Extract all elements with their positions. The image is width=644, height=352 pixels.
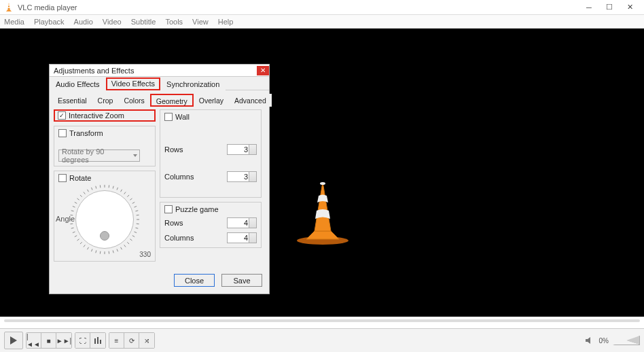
svg-line-38 — [71, 228, 74, 228]
tabs-level1: Audio Effects Video Effects Synchronizat… — [50, 77, 269, 90]
menu-view[interactable]: View — [192, 18, 209, 26]
rotate-checkbox[interactable] — [58, 174, 67, 182]
next-button[interactable]: ►►| — [56, 333, 71, 348]
svg-line-39 — [70, 224, 73, 224]
tab-audio-effects[interactable]: Audio Effects — [50, 77, 106, 90]
save-button[interactable]: Save — [221, 274, 262, 287]
wall-group: Wall Rows 3▲▼ Columns 3▲▼ — [160, 109, 262, 198]
vlc-logo-large — [289, 178, 357, 246]
close-window-button[interactable]: ✕ — [625, 3, 634, 12]
transform-checkbox-row[interactable]: Transform — [58, 129, 151, 137]
menu-help[interactable]: Help — [218, 18, 234, 26]
tab-synchronization[interactable]: Synchronization — [160, 77, 226, 90]
svg-line-41 — [70, 215, 73, 215]
ext-settings-button[interactable] — [90, 333, 105, 348]
tab-overlay[interactable]: Overlay — [194, 94, 229, 107]
tab-essential[interactable]: Essential — [52, 94, 92, 107]
svg-line-9 — [124, 192, 126, 194]
dial-knob[interactable] — [100, 231, 109, 241]
tab-video-effects[interactable]: Video Effects — [106, 77, 160, 90]
svg-line-19 — [135, 232, 137, 233]
puzzle-checkbox[interactable] — [164, 205, 173, 213]
volume-slider[interactable] — [613, 336, 640, 345]
svg-line-42 — [71, 211, 74, 211]
wall-cols-spinner[interactable]: 3▲▼ — [227, 171, 257, 182]
transform-dropdown[interactable]: Rotate by 90 degrees — [58, 149, 140, 162]
rotate-label: Rotate — [69, 174, 91, 182]
adjustments-effects-dialog: Adjustments and Effects ✕ Audio Effects … — [49, 64, 270, 294]
dial-ticks — [69, 184, 140, 255]
tabs-level2: Essential Crop Colors Geometry Overlay A… — [52, 93, 266, 107]
svg-line-51 — [100, 185, 101, 188]
play-button[interactable] — [4, 332, 23, 349]
svg-line-45 — [77, 198, 79, 200]
menu-video[interactable]: Video — [103, 18, 122, 26]
puzzle-checkbox-row[interactable]: Puzzle game — [164, 205, 257, 213]
interactive-zoom-checkbox[interactable] — [58, 111, 66, 120]
rotate-dial[interactable] — [75, 190, 134, 249]
interactive-zoom-checkbox-row[interactable]: Interactive Zoom — [54, 109, 156, 122]
volume-control[interactable]: 0% — [586, 336, 640, 345]
svg-line-17 — [137, 224, 139, 224]
video-area: Adjustments and Effects ✕ Audio Effects … — [0, 29, 644, 317]
menu-media[interactable]: Media — [4, 18, 24, 26]
puzzle-rows-spinner[interactable]: 4▲▼ — [227, 217, 257, 228]
svg-line-50 — [96, 186, 96, 189]
stop-button[interactable]: ■ — [41, 333, 56, 348]
wall-checkbox[interactable] — [164, 113, 173, 121]
shuffle-button[interactable]: ⤨ — [139, 333, 154, 348]
tab-crop[interactable]: Crop — [92, 94, 119, 107]
svg-rect-1 — [7, 7, 10, 7]
minimize-button[interactable]: ─ — [584, 3, 594, 12]
close-button[interactable]: Close — [174, 274, 215, 287]
play-icon — [10, 336, 17, 345]
rotate-checkbox-row[interactable]: Rotate — [58, 174, 151, 182]
tab-colors[interactable]: Colors — [118, 94, 149, 107]
svg-line-36 — [75, 236, 77, 237]
dialog-close-button[interactable]: ✕ — [257, 66, 269, 75]
volume-percent: 0% — [599, 337, 609, 345]
loop-button[interactable]: ⟳ — [124, 333, 139, 348]
menu-audio[interactable]: Audio — [74, 18, 93, 26]
fullscreen-button[interactable]: ⛶ — [75, 333, 90, 348]
vlc-cone-icon — [4, 3, 14, 12]
menu-tools[interactable]: Tools — [165, 18, 183, 26]
maximize-button[interactable]: ☐ — [605, 3, 614, 12]
svg-line-14 — [135, 211, 138, 211]
svg-line-18 — [135, 228, 138, 228]
playlist-button[interactable]: ≡ — [109, 333, 124, 348]
puzzle-group: Puzzle game Rows 4▲▼ Columns 4▲▼ — [160, 202, 262, 248]
wall-rows-label: Rows — [164, 145, 183, 154]
svg-line-7 — [117, 188, 118, 190]
svg-line-46 — [80, 195, 82, 197]
menu-playback[interactable]: Playback — [34, 18, 65, 26]
svg-line-29 — [100, 251, 101, 254]
dialog-title: Adjustments and Effects — [54, 67, 257, 75]
svg-line-44 — [75, 202, 77, 203]
svg-line-23 — [124, 245, 126, 247]
window-titlebar: VLC media player ─ ☐ ✕ — [0, 0, 644, 15]
svg-line-21 — [130, 239, 132, 241]
tab-advanced[interactable]: Advanced — [229, 94, 272, 107]
puzzle-cols-spinner[interactable]: 4▲▼ — [227, 232, 257, 243]
menu-subtitle[interactable]: Subtitle — [131, 18, 156, 26]
transform-checkbox[interactable] — [58, 129, 67, 137]
tab-geometry[interactable]: Geometry — [150, 94, 194, 107]
speaker-icon — [586, 336, 595, 345]
prev-button[interactable]: |◄◄ — [26, 333, 41, 348]
svg-point-3 — [320, 182, 325, 185]
svg-rect-52 — [94, 338, 96, 344]
svg-line-11 — [130, 198, 132, 200]
transform-label: Transform — [69, 129, 103, 137]
dialog-titlebar[interactable]: Adjustments and Effects ✕ — [50, 65, 269, 77]
svg-line-49 — [91, 188, 92, 190]
svg-line-48 — [87, 190, 88, 192]
wall-rows-spinner[interactable]: 3▲▼ — [227, 144, 257, 155]
seek-track[interactable] — [4, 319, 640, 322]
wall-checkbox-row[interactable]: Wall — [164, 113, 257, 121]
svg-line-24 — [121, 247, 122, 249]
svg-rect-53 — [97, 337, 99, 344]
seek-bar[interactable] — [0, 317, 644, 325]
svg-line-33 — [84, 245, 85, 247]
svg-line-5 — [109, 185, 109, 188]
